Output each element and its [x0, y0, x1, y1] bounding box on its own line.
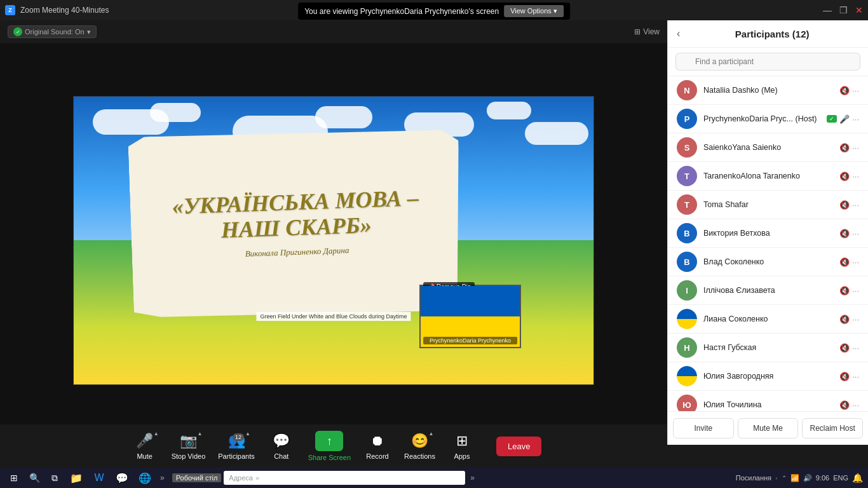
more-icon[interactable]: ···	[852, 172, 859, 181]
participant-item[interactable]: ННастя Губская🔇···	[668, 334, 868, 362]
participant-item[interactable]: SSaienkoYana Saienko🔇···	[668, 133, 868, 162]
url-input[interactable]	[259, 474, 460, 482]
participant-avatar: Ю	[677, 395, 697, 411]
desktop-label: Робочий стіл	[176, 474, 218, 482]
more-icon[interactable]: ···	[852, 315, 859, 324]
minimize-button[interactable]: —	[823, 5, 832, 15]
participants-label: Participants	[218, 452, 254, 460]
chrome-app[interactable]: 🌐	[135, 469, 155, 487]
leave-button[interactable]: Leave	[496, 437, 541, 456]
participant-item[interactable]: TToma Shafar🔇···	[668, 191, 868, 219]
participants-panel: ‹ Participants (12) 🔍 NNataliia Dashko (…	[667, 20, 868, 445]
host-badge: ✓	[827, 115, 837, 123]
taskbar-arrow[interactable]: »	[158, 473, 167, 482]
taskbar-left: ⊞ 🔍 ⧉ 📁 W 💬 🌐 » Робочий стіл Адреса » »	[5, 469, 736, 487]
title-bar-controls[interactable]: — ❐ ✕	[823, 5, 863, 15]
viber-app[interactable]: 💬	[112, 469, 132, 487]
more-icon[interactable]: ···	[852, 200, 859, 210]
participant-item[interactable]: PPrychynenkoDaria Pryc... (Host)✓🎤···	[668, 105, 868, 133]
mic-muted-icon: 🔇	[839, 229, 850, 238]
view-button[interactable]: ⊞ View	[634, 27, 660, 36]
participant-icons: 🔇···	[839, 143, 859, 152]
zoom-icon: Z	[5, 5, 15, 15]
mute-button[interactable]: 🎤 ▲ Mute	[126, 430, 164, 463]
more-icon[interactable]: ···	[852, 343, 859, 353]
reactions-caret[interactable]: ▲	[429, 431, 434, 437]
participant-name: PrychynenkoDaria Pryc... (Host)	[703, 114, 820, 123]
participant-item[interactable]: TTaranenkoAlona Taranenko🔇···	[668, 162, 868, 191]
participant-item[interactable]: ІІллічова Єлизавета🔇···	[668, 276, 868, 305]
main-content: «УКРАЇНСЬКА МОВА –НАШ СКАРБ» Виконала Пр…	[0, 43, 667, 437]
mic-muted-icon: 🔇	[839, 372, 850, 381]
sound-dropdown-icon[interactable]: ▾	[87, 28, 91, 36]
file-explorer-app[interactable]: 📁	[66, 469, 86, 487]
participant-name: Юлия Точилина	[703, 400, 833, 409]
word-app[interactable]: W	[89, 469, 109, 487]
participant-name: Юлия Завгородняя	[703, 372, 833, 381]
stop-video-label: Stop Video	[172, 452, 206, 460]
apps-button[interactable]: ⊞ Apps	[443, 430, 481, 463]
close-button[interactable]: ✕	[855, 5, 863, 15]
participant-item[interactable]: ЮЮлия Точилина🔇···	[668, 391, 868, 411]
record-icon: ⏺	[366, 432, 389, 450]
participant-avatar	[677, 309, 697, 329]
more-icon[interactable]: ···	[852, 286, 859, 295]
video-icon: 📷 ▲	[177, 432, 200, 450]
more-icon[interactable]: ···	[852, 143, 859, 152]
participant-item[interactable]: Лиана Соколенко🔇···	[668, 305, 868, 334]
record-button[interactable]: ⏺ Record	[358, 430, 397, 463]
network-icon: 📶	[790, 474, 799, 482]
more-icon[interactable]: ···	[852, 229, 859, 238]
sound-badge[interactable]: ✓ Original Sound: On ▾	[8, 25, 97, 38]
address-bar[interactable]: Адреса »	[224, 471, 465, 485]
footer-mute-me-button[interactable]: Mute Me	[738, 418, 799, 438]
share-screen-button[interactable]: ↑ Share Screen	[303, 428, 356, 464]
panel-title: Participants (12)	[685, 29, 859, 39]
maximize-button[interactable]: ❐	[839, 5, 848, 15]
mic-muted-icon: 🔇	[839, 315, 850, 324]
participant-icons: 🔇···	[839, 400, 859, 410]
participant-name: Виктория Ветхова	[703, 229, 833, 238]
participants-icon: 👥 12 ▲	[225, 432, 248, 450]
panel-footer: InviteMute MeReclaim Host	[668, 411, 868, 445]
task-view-button[interactable]: ⧉	[46, 469, 64, 487]
footer-reclaim-host-button[interactable]: Reclaim Host	[802, 418, 863, 438]
participant-item[interactable]: Юлия Завгородняя🔇···	[668, 362, 868, 391]
start-button[interactable]: ⊞	[5, 469, 23, 487]
participant-avatar: S	[677, 137, 697, 158]
top-bar: ✓ Original Sound: On ▾ ⊞ View	[0, 20, 667, 43]
search-button[interactable]: 🔍	[25, 469, 43, 487]
more-icon[interactable]: ···	[852, 257, 859, 267]
collapse-panel-button[interactable]: ‹	[677, 28, 680, 39]
share-screen-icon: ↑	[315, 431, 343, 451]
more-icon[interactable]: ···	[852, 114, 859, 124]
footer-invite-button[interactable]: Invite	[673, 418, 734, 438]
video-caret[interactable]: ▲	[198, 431, 203, 437]
reactions-label: Reactions	[404, 452, 435, 460]
participant-item[interactable]: ВВиктория Ветхова🔇···	[668, 219, 868, 248]
view-options-button[interactable]: View Options ▾	[504, 5, 564, 17]
participant-count: 12	[233, 433, 244, 441]
participant-name: Nataliia Dashko (Me)	[703, 86, 833, 95]
mute-caret[interactable]: ▲	[154, 431, 159, 437]
participants-caret[interactable]: ▲	[245, 431, 250, 437]
stop-video-button[interactable]: 📷 ▲ Stop Video	[166, 430, 211, 463]
cloud	[487, 102, 531, 119]
more-icon[interactable]: ···	[852, 400, 859, 410]
reactions-button[interactable]: 😊 ▲ Reactions	[399, 430, 440, 463]
participant-item[interactable]: NNataliia Dashko (Me)🔇···	[668, 76, 868, 105]
address-arrow-btn[interactable]: »	[468, 473, 477, 482]
participant-icons: 🔇···	[839, 286, 859, 295]
mic-muted-icon: 🔇	[839, 286, 850, 295]
more-icon[interactable]: ···	[852, 86, 859, 95]
mute-label: Mute	[137, 452, 152, 460]
desktop-button[interactable]: Робочий стіл	[172, 473, 222, 482]
search-input[interactable]	[675, 53, 860, 71]
participant-icons: 🔇···	[839, 257, 859, 267]
apps-label: Apps	[454, 452, 470, 460]
more-icon[interactable]: ···	[852, 372, 859, 381]
chat-button[interactable]: 💬 Chat	[262, 430, 301, 463]
mic-on-icon: 🎤	[839, 114, 850, 124]
participant-item[interactable]: ВВлад Соколенко🔇···	[668, 248, 868, 276]
participants-button[interactable]: 👥 12 ▲ Participants	[213, 430, 259, 463]
